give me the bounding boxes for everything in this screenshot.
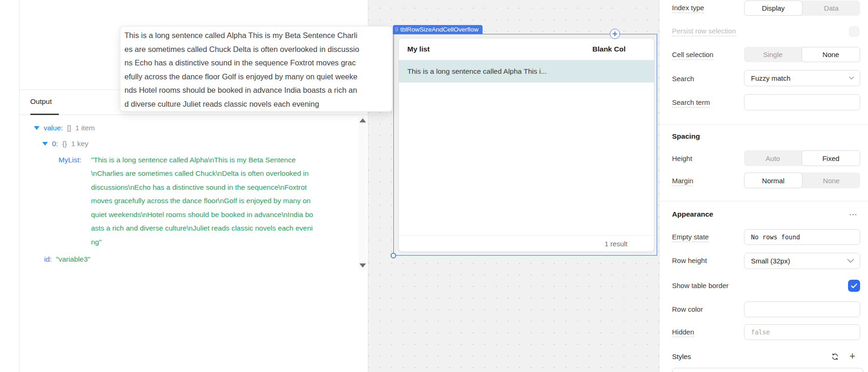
column-header-my-list[interactable]: My list bbox=[407, 45, 430, 53]
search-label: Search bbox=[672, 75, 694, 83]
index-type-option-display[interactable]: Display bbox=[744, 0, 803, 16]
check-icon bbox=[851, 283, 857, 289]
row-height-label: Row height bbox=[672, 257, 707, 264]
show-table-border-checkbox[interactable] bbox=[848, 280, 860, 292]
tree-key: id: bbox=[44, 255, 52, 263]
empty-state-label: Empty state bbox=[672, 233, 709, 241]
tree-row-zero: 0: {} 1 key bbox=[42, 140, 88, 148]
add-column-button[interactable] bbox=[610, 29, 620, 39]
tree-string-value: "variable3" bbox=[56, 255, 90, 263]
panel-left-divider bbox=[19, 0, 20, 372]
tree-bracket: [] bbox=[67, 124, 71, 132]
tree-key: 0: bbox=[52, 140, 58, 148]
spacing-section-header: Spacing bbox=[672, 132, 700, 141]
result-count: 1 result bbox=[605, 240, 627, 248]
tooltip-line: ns Echo has a distinctive sound in the s… bbox=[124, 56, 392, 70]
persist-row-selection-label: Persist row selection bbox=[672, 27, 736, 35]
tree-string-line: "This is a long sentence called Alpha\nT… bbox=[91, 156, 296, 164]
tree-string-line: \nCharlies are sometimes called Chuck\nD… bbox=[91, 169, 309, 178]
collapse-triangle-icon[interactable] bbox=[34, 126, 39, 130]
persist-row-selection-checkbox[interactable] bbox=[849, 26, 859, 37]
tooltip-line: This is a long sentence called Alpha Thi… bbox=[124, 29, 392, 43]
chevron-down-icon bbox=[849, 77, 854, 80]
cell-selection-option-single[interactable]: Single bbox=[744, 47, 802, 62]
scroll-up-icon[interactable] bbox=[359, 118, 366, 122]
index-type-segmented: Display Data bbox=[744, 0, 860, 16]
row-height-select[interactable]: Small (32px) bbox=[744, 253, 860, 269]
tree-string-line: asts a rich and diverse culture\nJuliet … bbox=[91, 224, 313, 232]
show-table-border-label: Show table border bbox=[672, 282, 729, 289]
hidden-input[interactable]: false bbox=[744, 324, 860, 340]
resize-handle[interactable] bbox=[391, 253, 396, 258]
styles-input-partial[interactable] bbox=[672, 368, 863, 372]
cell-selection-segmented: Single None bbox=[744, 47, 860, 62]
tooltip-line: efully across the dance floor Golf is en… bbox=[124, 70, 392, 84]
height-option-fixed[interactable]: Fixed bbox=[802, 150, 860, 166]
tree-row-value: value: [] 1 item bbox=[34, 124, 95, 132]
appearance-section-header: Appearance bbox=[672, 210, 713, 218]
component-name-badge[interactable]: ⠿ tblRowSizeAndCellOverflow bbox=[393, 25, 483, 34]
table-header-row: My list Blank Col bbox=[399, 38, 654, 60]
tree-row-id: id: "variable3" bbox=[44, 255, 90, 263]
cell-overflow-tooltip: This is a long sentence called Alpha Thi… bbox=[120, 26, 392, 112]
row-color-label: Row color bbox=[672, 305, 703, 313]
cell-selection-option-none[interactable]: None bbox=[802, 47, 860, 62]
tooltip-line: nds Hotel rooms should be booked in adva… bbox=[124, 83, 392, 97]
tab-output[interactable]: Output bbox=[30, 97, 52, 106]
table-body-empty-area bbox=[399, 83, 654, 235]
scroll-down-icon[interactable] bbox=[359, 263, 366, 268]
table-row[interactable]: This is a long sentence called Alpha Thi… bbox=[399, 60, 654, 83]
height-option-auto[interactable]: Auto bbox=[744, 150, 802, 166]
inspector-panel: Index type Display Data Persist row sele… bbox=[659, 0, 868, 372]
row-color-input[interactable] bbox=[744, 301, 860, 317]
tabbar-divider bbox=[19, 115, 368, 115]
tree-bracket: {} bbox=[62, 140, 67, 148]
height-segmented: Auto Fixed bbox=[744, 150, 860, 166]
tooltip-line: es are sometimes called Chuck Delta is o… bbox=[124, 43, 392, 57]
table-cell[interactable]: This is a long sentence called Alpha Thi… bbox=[407, 67, 547, 76]
height-label: Height bbox=[672, 154, 692, 162]
collapse-triangle-icon[interactable] bbox=[42, 142, 48, 146]
margin-segmented: Normal None bbox=[744, 173, 860, 188]
component-name-label: tblRowSizeAndCellOverflow bbox=[400, 25, 478, 34]
tree-string-line: ng" bbox=[91, 238, 102, 246]
tooltip-line: d diverse culture Juliet reads classic n… bbox=[124, 97, 392, 111]
search-term-input[interactable] bbox=[744, 94, 860, 110]
reset-styles-icon[interactable] bbox=[830, 352, 840, 361]
appearance-menu-icon[interactable]: ⋯ bbox=[849, 210, 857, 219]
margin-option-normal[interactable]: Normal bbox=[744, 173, 803, 188]
section-divider bbox=[659, 201, 868, 201]
column-header-blank-col[interactable]: Blank Col bbox=[593, 45, 626, 53]
scrollbar-track[interactable] bbox=[359, 116, 366, 272]
table-footer: 1 result bbox=[399, 235, 654, 251]
tree-key-mylist: MyList: bbox=[59, 156, 81, 164]
empty-state-input[interactable]: No rows found bbox=[744, 229, 860, 245]
index-type-option-data[interactable]: Data bbox=[803, 0, 860, 16]
tree-string-line: discussions\nEcho has a distinctive soun… bbox=[91, 183, 307, 192]
margin-label: Margin bbox=[672, 177, 693, 185]
cell-selection-label: Cell selection bbox=[672, 51, 713, 58]
tab-output-active-underline bbox=[30, 114, 59, 115]
tree-meta: 1 key bbox=[71, 140, 88, 148]
table-component[interactable]: My list Blank Col This is a long sentenc… bbox=[398, 38, 654, 252]
chevron-down-icon bbox=[847, 259, 854, 263]
tree-string-line: quiet weekends\nHotel rooms should be bo… bbox=[91, 211, 313, 219]
margin-option-none[interactable]: None bbox=[803, 173, 860, 188]
drag-handle-icon: ⠿ bbox=[395, 27, 398, 32]
section-divider bbox=[659, 124, 868, 125]
tree-string-line: moves gracefully across the dance floor\… bbox=[91, 197, 311, 205]
add-style-icon[interactable]: + bbox=[849, 352, 855, 361]
tree-meta: 1 item bbox=[75, 124, 95, 132]
search-mode-select[interactable]: Fuzzy match bbox=[744, 70, 860, 86]
hidden-label: Hidden bbox=[672, 328, 694, 336]
tree-key: value: bbox=[44, 124, 63, 132]
index-type-label: Index type bbox=[672, 4, 704, 12]
search-term-label: Search term bbox=[672, 98, 710, 106]
app-stage: Output value: [] 1 item 0: {} 1 key MyLi… bbox=[0, 0, 868, 372]
styles-label: Styles bbox=[672, 353, 691, 360]
